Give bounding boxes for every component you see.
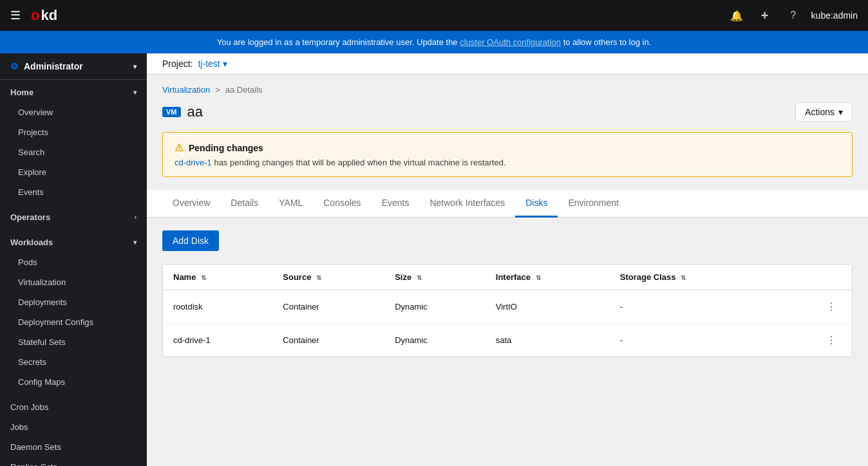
col-source[interactable]: Source ⇅ (272, 265, 384, 290)
cd-drive-link[interactable]: cd-drive-1 (175, 158, 212, 167)
col-name[interactable]: Name ⇅ (163, 265, 272, 290)
col-actions (774, 265, 852, 290)
sidebar-item-cron-jobs[interactable]: Cron Jobs (0, 397, 147, 417)
page-header: VM aa Actions ▾ (162, 102, 853, 122)
sidebar-item-deployment-configs[interactable]: Deployment Configs (0, 312, 147, 332)
chevron-icon: › (135, 214, 137, 221)
user-menu[interactable]: kube:admin (811, 10, 858, 21)
cell-size: Dynamic (384, 290, 486, 324)
oauth-config-link[interactable]: cluster OAuth configuration (460, 37, 561, 47)
logo-kd: kd (41, 7, 57, 24)
actions-button[interactable]: Actions ▾ (795, 102, 853, 122)
tab-events[interactable]: Events (372, 190, 420, 218)
logo-o: o (31, 7, 39, 24)
cell-storage-class: - (610, 324, 774, 357)
sidebar-item-workloads[interactable]: Workloads ▾ (0, 232, 147, 252)
cell-storage-class: - (610, 290, 774, 324)
sidebar-item-secrets[interactable]: Secrets (0, 352, 147, 372)
tab-disks[interactable]: Disks (515, 190, 558, 218)
sidebar-item-config-maps[interactable]: Config Maps (0, 372, 147, 392)
sidebar-item-home[interactable]: Home ▾ (0, 82, 147, 102)
cell-name: rootdisk (163, 290, 272, 324)
cell-interface: sata (486, 324, 610, 357)
main-layout: ⚙ Administrator ▾ Home ▾ Overview Projec… (0, 53, 868, 466)
sidebar-item-jobs[interactable]: Jobs (0, 417, 147, 437)
info-banner: You are logged in as a temporary adminis… (0, 31, 868, 53)
sort-icon: ⇅ (417, 274, 422, 281)
disks-table: Name ⇅ Source ⇅ Size ⇅ Interface ⇅ Stora… (163, 265, 852, 357)
disks-table-container: Name ⇅ Source ⇅ Size ⇅ Interface ⇅ Stora… (162, 264, 853, 357)
sidebar: ⚙ Administrator ▾ Home ▾ Overview Projec… (0, 53, 147, 466)
sidebar-item-stateful-sets[interactable]: Stateful Sets (0, 332, 147, 352)
notifications-icon[interactable]: 🔔 (726, 5, 747, 26)
sort-icon: ⇅ (681, 274, 686, 281)
tab-details[interactable]: Details (220, 190, 269, 218)
breadcrumb-parent-link[interactable]: Virtualization (162, 85, 210, 95)
help-icon[interactable]: ? (783, 5, 804, 26)
chevron-down-icon: ▾ (838, 107, 843, 117)
sidebar-item-events[interactable]: Events (0, 182, 147, 202)
page-title: aa (187, 104, 203, 120)
topbar: ☰ okd 🔔 + ? kube:admin (0, 0, 868, 31)
col-interface[interactable]: Interface ⇅ (486, 265, 610, 290)
tabs: Overview Details YAML Consoles Events Ne… (147, 190, 868, 218)
sidebar-item-pods[interactable]: Pods (0, 252, 147, 272)
table-row: cd-drive-1 Container Dynamic sata - ⋮ (163, 324, 852, 357)
tab-network-interfaces[interactable]: Network Interfaces (419, 190, 515, 218)
sidebar-item-overview[interactable]: Overview (0, 102, 147, 122)
cell-name: cd-drive-1 (163, 324, 272, 357)
page-title-row: VM aa (162, 104, 203, 120)
tab-environment[interactable]: Environment (558, 190, 629, 218)
breadcrumb: Virtualization > aa Details (162, 85, 853, 95)
sidebar-item-operators[interactable]: Operators › (0, 207, 147, 227)
sort-icon: ⇅ (316, 274, 321, 281)
col-size[interactable]: Size ⇅ (384, 265, 486, 290)
sidebar-item-virtualization[interactable]: Virtualization (0, 272, 147, 292)
cell-interface: VirtIO (486, 290, 610, 324)
sidebar-workloads-section: Workloads ▾ Pods Virtualization Deployme… (0, 230, 147, 395)
sidebar-home-section: Home ▾ Overview Projects Search Explore … (0, 80, 147, 205)
project-bar: Project: tj-test ▾ (147, 53, 868, 75)
chevron-icon: ▾ (133, 239, 137, 246)
sort-icon: ⇅ (201, 274, 206, 281)
tab-consoles[interactable]: Consoles (313, 190, 371, 218)
cell-source: Container (272, 324, 384, 357)
content-area: Project: tj-test ▾ Virtualization > aa D… (147, 53, 868, 466)
warning-icon: ⚠ (175, 142, 184, 154)
col-storage-class[interactable]: Storage Class ⇅ (610, 265, 774, 290)
sidebar-operators-section: Operators › (0, 205, 147, 230)
tab-yaml[interactable]: YAML (269, 190, 313, 218)
cell-row-actions: ⋮ (774, 290, 852, 324)
admin-header[interactable]: ⚙ Administrator ▾ (0, 53, 147, 80)
row-kebab-button[interactable]: ⋮ (821, 298, 842, 315)
project-dropdown[interactable]: tj-test ▾ (198, 59, 227, 69)
tab-overview[interactable]: Overview (162, 190, 220, 218)
sidebar-item-replica-sets[interactable]: Replica Sets (0, 457, 147, 466)
sort-icon: ⇅ (536, 274, 541, 281)
sidebar-item-deployments[interactable]: Deployments (0, 292, 147, 312)
sidebar-extra-section: Cron Jobs Jobs Daemon Sets Replica Sets (0, 395, 147, 466)
gear-icon: ⚙ (10, 61, 19, 71)
add-icon[interactable]: + (755, 5, 775, 26)
sidebar-item-explore[interactable]: Explore (0, 162, 147, 182)
table-header-row: Name ⇅ Source ⇅ Size ⇅ Interface ⇅ Stora… (163, 265, 852, 290)
sidebar-item-projects[interactable]: Projects (0, 122, 147, 142)
chevron-down-icon: ▾ (133, 63, 137, 70)
row-kebab-button[interactable]: ⋮ (821, 331, 842, 349)
warning-text: cd-drive-1 has pending changes that will… (175, 158, 840, 167)
warning-banner: ⚠ Pending changes cd-drive-1 has pending… (162, 132, 853, 177)
chevron-icon: ▾ (133, 89, 137, 96)
cell-source: Container (272, 290, 384, 324)
logo: okd (31, 7, 57, 24)
cell-row-actions: ⋮ (774, 324, 852, 357)
sidebar-item-search[interactable]: Search (0, 142, 147, 162)
sidebar-item-daemon-sets[interactable]: Daemon Sets (0, 437, 147, 457)
hamburger-icon[interactable]: ☰ (10, 8, 21, 23)
add-disk-button[interactable]: Add Disk (162, 230, 219, 251)
table-row: rootdisk Container Dynamic VirtIO - ⋮ (163, 290, 852, 324)
cell-size: Dynamic (384, 324, 486, 357)
vm-badge: VM (162, 107, 181, 117)
page-content: Virtualization > aa Details VM aa Action… (147, 75, 868, 466)
